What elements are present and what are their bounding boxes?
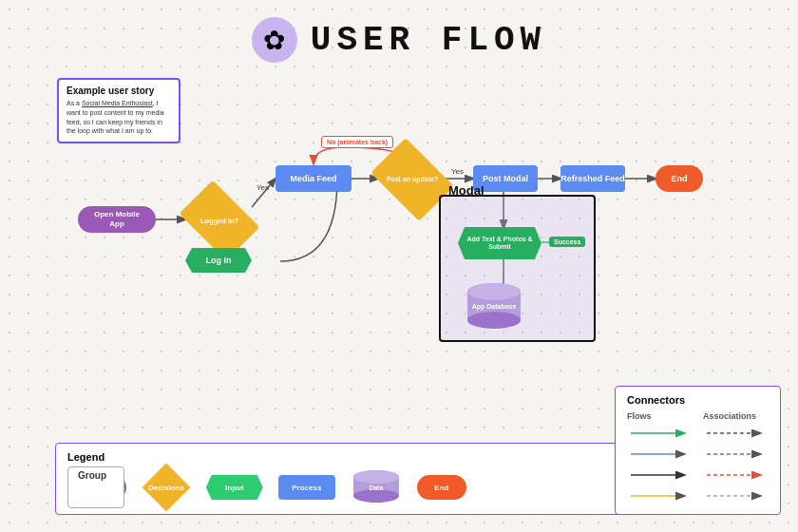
user-story-title: Example user story — [66, 86, 171, 96]
modal-group-box: Modal Add Text & Photos & Submit Success… — [439, 195, 596, 342]
legend-data: Data — [351, 470, 402, 504]
assoc-line-3 — [703, 466, 779, 484]
legend-title: Legend — [67, 451, 613, 463]
associations-header: Associations — [703, 411, 779, 421]
svg-point-16 — [467, 283, 521, 300]
legend-group: Group — [67, 466, 124, 508]
legend-end: End — [417, 475, 466, 500]
legend-box: Legend Start Decisions Group Input Proce… — [55, 443, 625, 515]
legend-decisions: Decisions — [142, 470, 191, 504]
svg-line-1 — [252, 179, 276, 207]
end-node: End — [656, 165, 703, 192]
connectors-grid: Flows Associations — [627, 411, 769, 504]
user-story-text: As a Social Media Enthusiast, I want to … — [66, 99, 171, 136]
assoc-line-1 — [703, 425, 779, 442]
flow-line-3 — [627, 466, 703, 484]
svg-point-21 — [353, 470, 399, 484]
modal-label: Modal — [448, 183, 484, 198]
svg-text:App Database: App Database — [472, 303, 517, 311]
flow-line-2 — [627, 446, 703, 463]
legend-process: Process — [278, 475, 335, 500]
svg-point-20 — [353, 489, 399, 503]
connectors-title: Connectors — [627, 394, 769, 406]
svg-text:Yes: Yes — [451, 167, 464, 176]
svg-text:Data: Data — [369, 484, 383, 491]
media-feed-node: Media Feed — [276, 165, 352, 192]
log-in-node: Log In — [185, 248, 252, 273]
flow-line-1 — [627, 425, 703, 442]
flower-icon: ✿ — [252, 17, 297, 63]
svg-text:Yes: Yes — [256, 183, 269, 192]
add-text-node: Add Text & Photos & Submit — [458, 227, 542, 259]
svg-point-15 — [467, 312, 521, 329]
no-animates-back-label: No (animates back) — [321, 136, 393, 148]
post-update-diamond: Post an update? — [378, 155, 446, 204]
logged-in-diamond: Logged In? — [186, 197, 253, 244]
page-header: ✿ USER FLOW — [0, 0, 798, 72]
refreshed-feed-node: Refreshed Feed — [560, 165, 625, 192]
assoc-line-2 — [703, 446, 779, 463]
assoc-line-4 — [703, 487, 779, 504]
flow-line-4 — [627, 487, 703, 504]
app-database-node: App Database — [466, 282, 522, 338]
legend-input: Input — [206, 475, 263, 500]
legend-items: Start Decisions Group Input Process — [67, 470, 613, 504]
success-badge: Success — [549, 237, 585, 247]
page-title: USER FLOW — [311, 21, 546, 60]
flows-header: Flows — [627, 411, 703, 421]
user-story-box: Example user story As a Social Media Ent… — [57, 78, 180, 143]
connectors-box: Connectors Flows Associations — [615, 386, 781, 515]
open-mobile-app-node: Open Mobile App — [78, 206, 156, 233]
